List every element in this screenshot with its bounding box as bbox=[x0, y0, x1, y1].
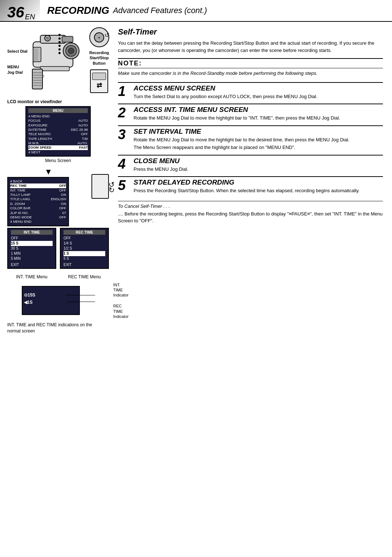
jog-dial-center: ● bbox=[98, 36, 100, 39]
step-4-desc: Press the MENU Jog Dial. bbox=[134, 166, 383, 173]
indicator-line-int bbox=[66, 295, 95, 295]
step-4-block: 4 CLOSE MENU Press the MENU Jog Dial. bbox=[118, 155, 383, 176]
second-jog-dial: ↺ ↻ bbox=[91, 167, 109, 199]
svg-rect-12 bbox=[40, 66, 69, 71]
rec-time-box: REC TIME OFF 1/4 S 1/2 S 1 S 5 S EXIT bbox=[60, 228, 109, 269]
camcorder-illustration: ↕ bbox=[29, 27, 87, 96]
rec-button-area: ● ↺ RecordingStart/StopButton ⇄ bbox=[89, 27, 109, 93]
int-15s-highlighted: 15 S bbox=[11, 241, 53, 246]
step-5-header: 5 START DELAYED RECORDING Press the Reco… bbox=[118, 178, 383, 194]
step-1-header: 1 ACCESS MENU SCREEN Turn the Select Dia… bbox=[118, 84, 383, 100]
camcorder-diagram: Select Dial MENUJog Dial bbox=[7, 27, 109, 96]
menu1-row-7-highlighted: ZOOM SPEEDFAST bbox=[28, 145, 88, 150]
step-3-header: 3 SET INTERVAL TIME Rotate the MENU Jog … bbox=[118, 128, 383, 144]
step-5-desc: Press the Recording Start/Stop Button. W… bbox=[134, 187, 383, 194]
intro-text: You can set the delay between pressing t… bbox=[118, 40, 383, 54]
recording-button-label: RecordingStart/StopButton bbox=[89, 50, 109, 66]
second-menu-area: ▼ 4 BACK REC TIMEOFF INT. TIMEOFF TALLY … bbox=[7, 167, 109, 227]
rec-1s-highlighted: 1 S bbox=[64, 251, 105, 256]
int-time-title: INT. TIME bbox=[11, 230, 53, 235]
menu2-row-1-highlighted: REC TIMEOFF bbox=[10, 183, 66, 188]
jog-dial-inner: ● bbox=[94, 32, 104, 43]
menu2-row-8: DEMO MODEOFF bbox=[10, 215, 66, 219]
step-4-title: CLOSE MENU bbox=[134, 157, 383, 165]
menu1-row-2: EXPOSUREAUTO bbox=[28, 123, 88, 128]
right-column: Self-Timer You can set the delay between… bbox=[113, 22, 392, 340]
menu2-row-4: TITLE LANG.ENGLISH bbox=[10, 197, 66, 201]
step-3-desc: Rotate the MENU Jog Dial to move the hig… bbox=[134, 136, 383, 144]
normal-screen-caption: INT. TIME and REC TIME indications on th… bbox=[7, 322, 109, 334]
int-5min: 5 MIN bbox=[11, 256, 53, 261]
menu2-row-7: JLIP ID NO.07 bbox=[10, 211, 66, 215]
note-section: NOTE: Make sure the camcorder is in the … bbox=[118, 58, 383, 77]
rec-off: OFF bbox=[64, 236, 105, 241]
cassette-top bbox=[92, 73, 106, 80]
step-2-num: 2 bbox=[118, 106, 131, 120]
svg-text:↕: ↕ bbox=[42, 73, 45, 78]
indicator-line-rec bbox=[66, 302, 95, 302]
rec-quarter: 1/4 S bbox=[64, 241, 105, 246]
jog-dial-box: ● ↺ bbox=[89, 27, 109, 47]
select-dial-label: Select Dial bbox=[7, 49, 28, 53]
cancel-section: To Cancel Self-Timer . . . .... Before t… bbox=[118, 201, 383, 225]
step-1-desc: Turn the Select Dial to any position exc… bbox=[134, 93, 383, 100]
main-content: Select Dial MENUJog Dial bbox=[0, 22, 392, 340]
step-3-title-col: SET INTERVAL TIME Rotate the MENU Jog Di… bbox=[134, 128, 383, 144]
menu2-row-5: D. ZOOMON bbox=[10, 202, 66, 206]
menu2-row-9: 4 MENU END bbox=[10, 219, 66, 224]
menu2-row-0: 4 BACK bbox=[10, 179, 66, 183]
normal-screen-row: ⊙15S ◀1S INT. TIMEIndicator REC TIMEIndi… bbox=[7, 282, 109, 319]
menu1-title: MENU bbox=[28, 108, 88, 113]
step-5-num: 5 bbox=[118, 178, 131, 192]
step-4-title-col: CLOSE MENU Press the MENU Jog Dial. bbox=[134, 157, 383, 173]
menu1-row-4: TELE MACROOFF bbox=[28, 132, 88, 136]
step-5-block: 5 START DELAYED RECORDING Press the Reco… bbox=[118, 176, 383, 197]
menu2-col: ▼ 4 BACK REC TIMEOFF INT. TIMEOFF TALLY … bbox=[7, 167, 90, 227]
step-1-title-col: ACCESS MENU SCREEN Turn the Select Dial … bbox=[134, 84, 383, 100]
step-1-block: 1 ACCESS MENU SCREEN Turn the Select Dia… bbox=[118, 82, 383, 103]
time-boxes-row: INT. TIME OFF 15 S 30 S 1 MIN 5 MIN EXIT… bbox=[7, 228, 109, 269]
cassette-arrows: ⇄ bbox=[97, 81, 102, 89]
step-2-title-col: ACCESS INT. TIME MENU SCREEN Rotate the … bbox=[134, 106, 383, 122]
rec-exit: EXIT bbox=[64, 263, 105, 267]
step-3-block: 3 SET INTERVAL TIME Rotate the MENU Jog … bbox=[118, 125, 383, 154]
step-4-header: 4 CLOSE MENU Press the MENU Jog Dial. bbox=[118, 157, 383, 173]
cassette-box: ⇄ bbox=[90, 69, 108, 93]
flow-arrow-1: ▼ bbox=[7, 168, 90, 176]
menu2-row-6: COLOR BAROFF bbox=[10, 206, 66, 210]
svg-rect-5 bbox=[62, 36, 73, 42]
menu-jog-label: MENUJog Dial bbox=[7, 64, 28, 76]
rec-time-indicator: ◀1S bbox=[24, 300, 78, 305]
dotted-line bbox=[58, 34, 61, 54]
arc-arrow: ↺ bbox=[105, 32, 109, 39]
note-text: Make sure the camcorder is in the Record… bbox=[118, 70, 383, 77]
step-2-header: 2 ACCESS INT. TIME MENU SCREEN Rotate th… bbox=[118, 106, 383, 122]
int-off: OFF bbox=[11, 236, 53, 241]
menu-screen-2: 4 BACK REC TIMEOFF INT. TIMEOFF TALLY LA… bbox=[7, 177, 69, 226]
page-title: RECORDING Advanced Features (cont.) bbox=[40, 0, 392, 21]
step-1-title: ACCESS MENU SCREEN bbox=[134, 84, 383, 92]
rec-5s: 5 S bbox=[64, 256, 105, 261]
int-time-box: INT. TIME OFF 15 S 30 S 1 MIN 5 MIN EXIT bbox=[7, 228, 56, 269]
step-5-title-col: START DELAYED RECORDING Press the Record… bbox=[134, 178, 383, 194]
jog-dial-rect: ↺ ↻ bbox=[91, 174, 109, 199]
note-title: NOTE: bbox=[118, 58, 383, 68]
menu2-row-2: INT. TIMEOFF bbox=[10, 188, 66, 193]
step-3-title: SET INTERVAL TIME bbox=[134, 128, 383, 136]
rec-time-menu-label: REC TIME Menu bbox=[60, 274, 109, 279]
step-1-num: 1 bbox=[118, 84, 131, 98]
svg-point-14 bbox=[46, 37, 49, 40]
svg-point-3 bbox=[68, 48, 74, 54]
svg-rect-15 bbox=[32, 69, 42, 89]
rec-time-title: REC TIME bbox=[64, 230, 105, 235]
menu1-row-8: 4 NEXT bbox=[28, 150, 88, 154]
normal-screen-area: ⊙15S ◀1S INT. TIMEIndicator REC TIMEIndi… bbox=[7, 282, 109, 334]
page-header: 36EN RECORDING Advanced Features (cont.) bbox=[0, 0, 392, 22]
jog-arrow-right: ↻ bbox=[109, 186, 115, 194]
int-exit: EXIT bbox=[11, 263, 53, 267]
step-3-num: 3 bbox=[118, 128, 131, 141]
menu1-row-5: TAPE LENGTHT30 bbox=[28, 137, 88, 141]
menu2-row-3: TALLY LAMPON bbox=[10, 193, 66, 197]
left-column: Select Dial MENUJog Dial bbox=[0, 22, 113, 340]
step-3-desc2: The Menu Screen reappears and the highli… bbox=[134, 144, 383, 151]
